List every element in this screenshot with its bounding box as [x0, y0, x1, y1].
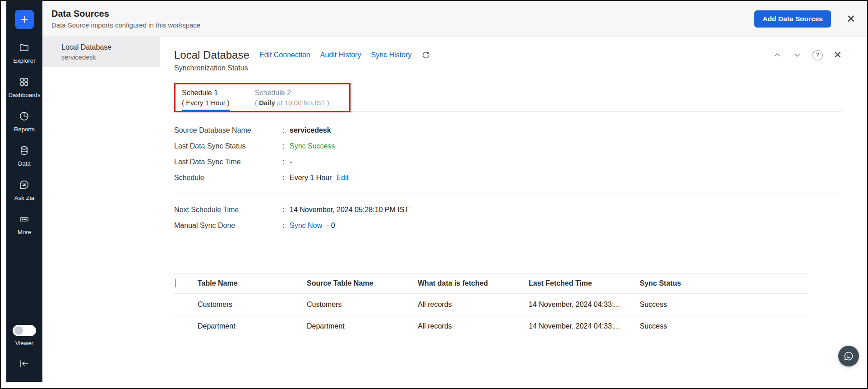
sync-now-link[interactable]: Sync Now — [290, 222, 322, 230]
sidebar-item-label: Explorer — [13, 57, 35, 64]
app-window: + Explorer Dashboards Reports — [0, 0, 868, 389]
cell-source-table: Customers — [307, 301, 418, 309]
source-list-item-local-database[interactable]: Local Database servicedesk — [42, 37, 160, 67]
sidebar-nav: Explorer Dashboards Reports Data — [8, 42, 40, 236]
sidebar-item-label: Reports — [14, 126, 35, 133]
datasource-title: Local Database — [174, 49, 249, 61]
red-annotation-box: Schedule 1 ( Every 1 Hour ) Schedule 2 (… — [174, 83, 351, 112]
sync-fields: Source Database Name : servicedesk Last … — [174, 126, 842, 230]
toggle-knob — [14, 326, 23, 335]
field-value: 14 November, 2024 05:28:10 PM IST — [290, 206, 409, 214]
content-body: Local Database servicedesk Local Databas… — [42, 37, 867, 382]
chevron-up-icon[interactable] — [773, 51, 782, 60]
field-last-sync-time: Last Data Sync Time : - — [174, 158, 842, 166]
sidebar-add-button[interactable]: + — [15, 10, 34, 29]
table-row[interactable]: Customers Customers All records 14 Novem… — [174, 294, 808, 315]
column-header: Sync Status — [640, 279, 808, 287]
sidebar-item-dashboards[interactable]: Dashboards — [8, 77, 40, 98]
cell-table-name: Department — [198, 322, 307, 330]
source-name: Local Database — [61, 43, 152, 51]
field-value: - — [290, 158, 292, 166]
pie-chart-icon — [19, 111, 29, 123]
cell-table-name: Customers — [198, 301, 307, 309]
refresh-icon[interactable] — [421, 51, 430, 60]
column-header: Table Name — [198, 279, 307, 287]
field-schedule: Schedule : Every 1 Hour Edit — [174, 174, 842, 182]
edit-schedule-link[interactable]: Edit — [336, 174, 349, 182]
sync-status-subtitle: Synchronization Status — [174, 64, 842, 72]
cell-status: Success — [640, 301, 808, 309]
detail-header-right: ? ✕ — [773, 50, 842, 60]
sidebar-item-data[interactable]: Data — [18, 145, 31, 167]
sidebar-item-label: Ask Zia — [14, 194, 34, 201]
sidebar-item-label: Data — [18, 160, 31, 167]
grid-icon — [19, 77, 29, 89]
viewer-toggle[interactable] — [13, 325, 36, 336]
source-detail: Local Database Edit Connection Audit His… — [160, 37, 867, 382]
plus-icon: + — [21, 13, 28, 26]
viewer-label: Viewer — [15, 340, 33, 347]
main-region: Data Sources Data Source imports configu… — [42, 1, 867, 382]
sync-history-link[interactable]: Sync History — [371, 51, 411, 59]
sidebar: + Explorer Dashboards Reports — [6, 1, 42, 382]
sidebar-item-more[interactable]: More — [18, 214, 31, 236]
sidebar-item-explorer[interactable]: Explorer — [13, 42, 35, 64]
help-icon[interactable]: ? — [813, 50, 823, 60]
edit-connection-link[interactable]: Edit Connection — [259, 51, 310, 59]
column-header: Source Table Name — [307, 279, 418, 287]
tab-title: Schedule 1 — [182, 89, 230, 97]
cell-fetched: All records — [418, 301, 529, 309]
close-icon[interactable]: ✕ — [846, 14, 855, 24]
field-next-schedule-time: Next Schedule Time : 14 November, 2024 0… — [174, 206, 842, 214]
folder-icon — [19, 42, 29, 55]
schedule-tabs-row: Schedule 1 ( Every 1 Hour ) Schedule 2 (… — [174, 83, 842, 112]
sync-success-status: Sync Success — [290, 142, 335, 150]
ellipsis-icon — [19, 214, 29, 226]
page-title: Data Sources — [51, 9, 200, 19]
tab-subtitle: ( Every 1 Hour ) — [182, 99, 230, 107]
zia-chat-icon — [19, 180, 29, 192]
table-header-row: Table Name Source Table Name What data i… — [174, 273, 808, 294]
detail-header: Local Database Edit Connection Audit His… — [174, 49, 842, 61]
chat-bubble-icon — [843, 351, 854, 361]
panel-close-icon[interactable]: ✕ — [834, 50, 842, 60]
field-source-database-name: Source Database Name : servicedesk — [174, 126, 842, 134]
cell-source-table: Department — [307, 322, 418, 330]
table-row[interactable]: Department Department All records 14 Nov… — [174, 315, 808, 337]
cell-last-fetched: 14 November, 2024 04:33:... — [529, 301, 640, 309]
cell-status: Success — [640, 322, 808, 330]
column-header: Last Fetched Time — [529, 279, 640, 287]
audit-history-link[interactable]: Audit History — [320, 51, 361, 59]
field-last-sync-status: Last Data Sync Status : Sync Success — [174, 142, 842, 150]
field-value: Every 1 Hour — [290, 174, 332, 182]
tables-table: Table Name Source Table Name What data i… — [174, 273, 808, 337]
select-all-checkbox[interactable] — [175, 279, 176, 287]
viewer-toggle-group: Viewer — [13, 325, 36, 347]
section-divider — [174, 194, 842, 194]
detail-header-left: Local Database Edit Connection Audit His… — [174, 49, 430, 61]
cell-last-fetched: 14 November, 2024 04:33:... — [529, 322, 640, 330]
assistant-chat-button[interactable] — [838, 346, 859, 366]
chevron-down-icon[interactable] — [793, 51, 802, 60]
header-actions: Add Data Sources ✕ — [754, 10, 855, 28]
source-list-panel: Local Database servicedesk — [42, 37, 160, 382]
sidebar-item-ask-zia[interactable]: Ask Zia — [14, 180, 34, 201]
sidebar-item-label: Dashboards — [8, 92, 40, 98]
column-header: What data is fetched — [418, 279, 529, 287]
source-database: servicedesk — [61, 54, 152, 61]
add-data-sources-button[interactable]: Add Data Sources — [754, 10, 831, 28]
tab-title: Schedule 2 — [255, 89, 329, 97]
collapse-sidebar-icon[interactable] — [19, 358, 30, 371]
sidebar-item-reports[interactable]: Reports — [14, 111, 35, 133]
sidebar-item-label: More — [18, 229, 31, 236]
page-header: Data Sources Data Source imports configu… — [42, 1, 867, 37]
database-icon — [19, 145, 29, 157]
page-subtitle: Data Source imports configured in this w… — [51, 21, 200, 29]
field-value: servicedesk — [290, 126, 331, 134]
field-value: - 0 — [327, 222, 335, 230]
field-manual-sync-done: Manual Sync Done : Sync Now - 0 — [174, 222, 842, 230]
tab-schedule-1[interactable]: Schedule 1 ( Every 1 Hour ) — [182, 89, 230, 111]
tab-subtitle: ( Daily at 10:00 hrs IST ) — [255, 99, 329, 107]
page-header-text: Data Sources Data Source imports configu… — [51, 9, 200, 29]
tab-schedule-2[interactable]: Schedule 2 ( Daily at 10:00 hrs IST ) — [255, 89, 329, 111]
